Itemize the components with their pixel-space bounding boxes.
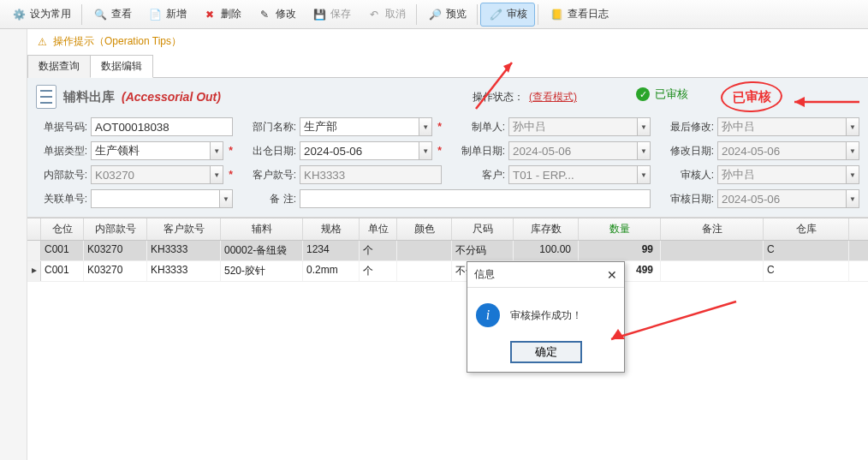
- date-button[interactable]: ▼: [846, 141, 859, 160]
- tab-query[interactable]: 数据查询: [27, 55, 91, 78]
- cell-cust: KH3333: [147, 261, 221, 281]
- state-link[interactable]: (查看模式): [529, 90, 577, 105]
- dialog-message: 审核操作成功！: [510, 308, 582, 323]
- set-common-label: 设为常用: [30, 7, 71, 21]
- audit-button[interactable]: 🧷 审核: [480, 3, 535, 27]
- preview-label: 预览: [446, 7, 467, 21]
- approved-text: 已审核: [655, 87, 688, 102]
- dropdown-button[interactable]: ▼: [210, 141, 223, 160]
- dialog-title: 信息: [474, 267, 495, 282]
- toolbar-divider: [416, 4, 417, 25]
- warn-icon: ⚠: [36, 36, 48, 48]
- date-button[interactable]: ▼: [637, 141, 651, 160]
- ref-no-input[interactable]: [91, 189, 219, 208]
- cell-cust: KH3333: [147, 241, 221, 260]
- doc-no-input[interactable]: [91, 117, 233, 136]
- new-button[interactable]: 📄 新增: [140, 3, 194, 27]
- row-handle[interactable]: [27, 241, 41, 260]
- col-size[interactable]: 尺码: [452, 218, 514, 240]
- modify-label: 修改: [276, 7, 296, 21]
- col-handle: [27, 218, 41, 240]
- dropdown-button[interactable]: ▼: [637, 117, 651, 136]
- log-button[interactable]: 📒 查看日志: [541, 3, 616, 27]
- date-button[interactable]: ▼: [419, 141, 432, 160]
- col-color[interactable]: 颜色: [397, 218, 452, 240]
- dropdown-button[interactable]: ▼: [846, 165, 859, 184]
- view-label: 查看: [111, 7, 132, 21]
- set-common-button[interactable]: ⚙️ 设为常用: [3, 3, 79, 27]
- field-label: 单据类型:: [36, 144, 87, 158]
- col-cust[interactable]: 客户款号: [147, 218, 221, 240]
- delete-button[interactable]: ✖ 删除: [194, 3, 249, 27]
- delete-icon: ✖: [202, 7, 217, 22]
- col-material[interactable]: 辅料: [221, 218, 303, 240]
- dropdown-button[interactable]: ▼: [419, 117, 432, 136]
- dropdown-button[interactable]: ▼: [219, 189, 233, 208]
- col-spec[interactable]: 规格: [303, 218, 360, 240]
- cell-wh: C: [764, 261, 849, 281]
- toolbar-divider: [538, 4, 538, 25]
- save-button: 💾 保存: [304, 3, 359, 27]
- mod-date-input: [717, 141, 846, 160]
- delete-label: 删除: [221, 7, 241, 21]
- pencil-icon: ✎: [257, 7, 272, 22]
- field-label: 出仓日期:: [245, 144, 296, 158]
- close-icon[interactable]: ✕: [607, 268, 617, 282]
- cancel-label: 取消: [385, 7, 406, 21]
- col-remark[interactable]: 备注: [661, 218, 764, 240]
- operation-tips[interactable]: ⚠ 操作提示（Operation Tips）: [27, 29, 868, 52]
- col-stock[interactable]: 库存数: [514, 218, 579, 240]
- inner-code-input[interactable]: [91, 165, 210, 184]
- ok-button[interactable]: 确定: [510, 341, 582, 363]
- dropdown-button[interactable]: ▼: [637, 165, 651, 184]
- preview-button[interactable]: 🔎 预览: [419, 3, 474, 27]
- field-label: 最后修改:: [663, 120, 714, 134]
- date-button[interactable]: ▼: [846, 189, 859, 208]
- cell-spec: 0.2mm: [303, 261, 360, 281]
- remark-input[interactable]: [300, 189, 651, 208]
- out-date-input[interactable]: [300, 141, 419, 160]
- dropdown-button[interactable]: ▼: [846, 117, 859, 136]
- col-unit[interactable]: 单位: [360, 218, 397, 240]
- tips-text: 操作提示（Operation Tips）: [53, 34, 181, 49]
- field-label: 备 注:: [245, 192, 296, 206]
- auditor-input: [717, 165, 846, 184]
- tab-edit[interactable]: 数据编辑: [90, 55, 153, 78]
- dropdown-button[interactable]: ▼: [210, 165, 223, 184]
- doc-type-input[interactable]: [91, 141, 210, 160]
- field-label: 修改日期:: [663, 144, 714, 158]
- field-label: 审核日期:: [663, 192, 714, 206]
- table-row[interactable]: C001 K03270 KH3333 00002-备纽袋 1234 个 不分码 …: [27, 241, 868, 261]
- info-icon: i: [476, 303, 500, 327]
- maker-input: [508, 117, 637, 136]
- dept-input[interactable]: [300, 117, 419, 136]
- cell-bin: C001: [41, 241, 84, 260]
- modify-button[interactable]: ✎ 修改: [249, 3, 304, 27]
- cell-material: 00002-备纽袋: [221, 241, 303, 260]
- cell-inner: K03270: [84, 261, 147, 281]
- col-qty[interactable]: 数量: [579, 218, 661, 240]
- col-inner[interactable]: 内部款号: [84, 218, 147, 240]
- state-label: 操作状态：: [473, 90, 524, 105]
- table-row[interactable]: ▸ C001 K03270 KH3333 520-胶针 0.2mm 个 不分码 …: [27, 261, 868, 282]
- log-label: 查看日志: [568, 7, 609, 21]
- state-area: 操作状态： (查看模式): [473, 90, 577, 105]
- required-mark: *: [437, 121, 442, 133]
- col-wh[interactable]: 仓库: [764, 218, 849, 240]
- col-bin[interactable]: 仓位: [41, 218, 84, 240]
- field-label: 审核人:: [663, 168, 714, 182]
- cell-inner: K03270: [84, 241, 147, 260]
- toolbar-divider: [477, 4, 478, 25]
- row-handle[interactable]: ▸: [27, 261, 41, 281]
- cell-wh: C: [764, 241, 849, 260]
- toolbar-divider: [81, 4, 82, 25]
- required-mark: *: [229, 145, 233, 157]
- cell-size: 不分码: [452, 241, 514, 260]
- grid-header: 仓位 内部款号 客户款号 辅料 规格 单位 颜色 尺码 库存数 数量 备注 仓库: [27, 218, 868, 241]
- save-icon: 💾: [312, 7, 327, 22]
- check-icon: ✓: [636, 87, 650, 101]
- view-button[interactable]: 🔍 查看: [85, 3, 140, 27]
- cell-qty: 99: [579, 241, 661, 260]
- field-label: 制单人:: [454, 120, 505, 134]
- new-label: 新增: [166, 7, 187, 21]
